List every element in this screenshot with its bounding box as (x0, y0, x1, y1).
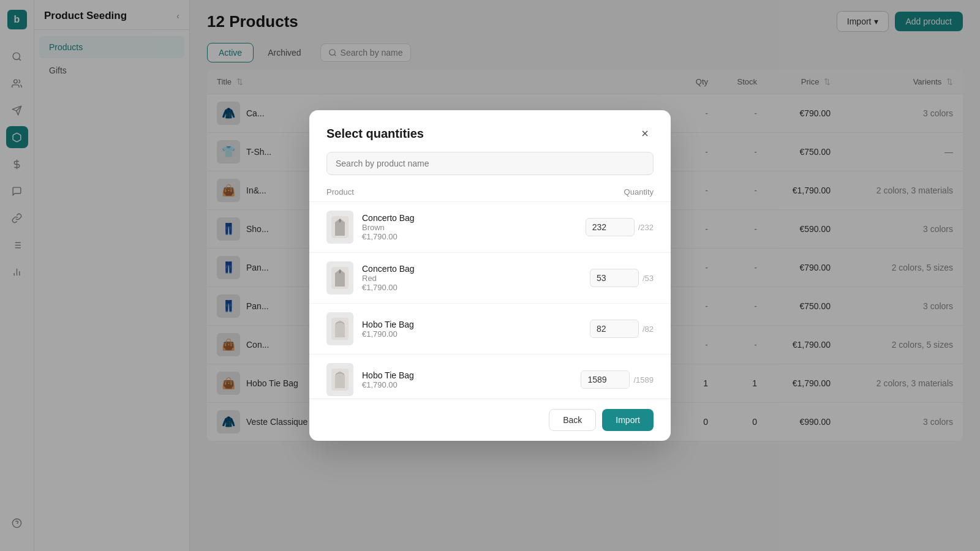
modal-close-button[interactable] (636, 125, 654, 142)
item-thumbnail (326, 261, 353, 294)
item-quantity: /53 (556, 269, 654, 287)
item-info: Concerto Bag Brown €1,790.00 (362, 213, 556, 241)
list-item: Hobo Tie Bag €1,790.00 /1589 (309, 354, 671, 399)
select-quantities-modal: Select quantities Product Quantity Conce… (309, 110, 671, 441)
quantity-input[interactable] (586, 218, 635, 236)
modal-footer: Back Import (309, 399, 671, 441)
quantity-input[interactable] (590, 269, 639, 287)
list-item: Concerto Bag Brown €1,790.00 /232 (309, 202, 671, 253)
item-info: Hobo Tie Bag €1,790.00 (362, 370, 556, 389)
item-thumbnail (326, 312, 353, 345)
list-item: Hobo Tie Bag €1,790.00 /82 (309, 304, 671, 354)
modal-product-list: Concerto Bag Brown €1,790.00 /232 Concer… (309, 202, 671, 399)
item-thumbnail (326, 363, 353, 396)
item-info: Hobo Tie Bag €1,790.00 (362, 320, 556, 339)
item-quantity: /232 (556, 218, 654, 236)
item-quantity: /1589 (556, 370, 654, 389)
list-item: Concerto Bag Red €1,790.00 /53 (309, 253, 671, 304)
item-info: Concerto Bag Red €1,790.00 (362, 264, 556, 292)
modal-search-input[interactable] (326, 152, 654, 175)
modal-title: Select quantities (326, 127, 424, 141)
modal-column-headers: Product Quantity (309, 182, 671, 202)
modal-import-button[interactable]: Import (602, 409, 654, 431)
quantity-input[interactable] (590, 320, 639, 338)
item-quantity: /82 (556, 320, 654, 338)
item-thumbnail (326, 211, 353, 244)
back-button[interactable]: Back (549, 409, 596, 431)
modal-header: Select quantities (309, 110, 671, 152)
quantity-input[interactable] (581, 370, 630, 389)
modal-overlay[interactable]: Select quantities Product Quantity Conce… (0, 0, 980, 551)
